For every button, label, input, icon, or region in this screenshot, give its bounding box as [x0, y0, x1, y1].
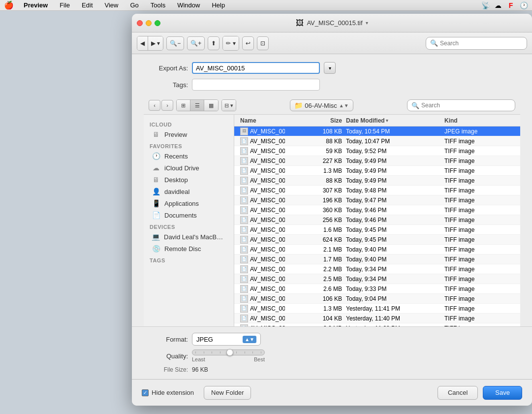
file-kind-cell: TIFF image [442, 325, 516, 327]
sidebar-item-desktop[interactable]: 🖥 Desktop [146, 174, 232, 186]
sidebar-item-recents[interactable]: 🕐 Recents [146, 150, 232, 162]
col-header-date[interactable]: Date Modified ▾ [344, 117, 442, 124]
crop-btn[interactable]: ⊡ [257, 36, 269, 50]
sidebar-item-icloud-drive[interactable]: ☁ iCloud Drive [146, 162, 232, 174]
expand-directory-btn[interactable]: ▾ [324, 62, 336, 74]
icloud-section-header: iCloud [144, 119, 234, 128]
menu-file[interactable]: File [58, 1, 72, 9]
tags-input[interactable] [192, 79, 320, 91]
file-kind-cell: TIFF image [442, 138, 516, 145]
export-filename-input[interactable] [192, 62, 320, 74]
file-search-input[interactable] [421, 102, 511, 109]
hide-extension-label[interactable]: Hide extension [152, 389, 194, 396]
traffic-lights [137, 20, 160, 26]
col-header-size[interactable]: Size [285, 117, 344, 124]
file-size-cell: 196 KB [285, 197, 344, 204]
new-folder-button[interactable]: New Folder [204, 386, 251, 400]
menu-view[interactable]: View [103, 1, 121, 9]
col-header-name[interactable]: Name [238, 117, 285, 124]
maximize-button[interactable] [155, 20, 160, 26]
title-dropdown-arrow[interactable]: ▾ [366, 20, 368, 26]
table-row[interactable]: 📄AV_MISC_00006.tif104 KBYesterday, 11:40… [234, 314, 520, 323]
table-row[interactable]: 📄AV_MISC_00024.tif59 KBToday, 9:52 PMTIF… [234, 146, 520, 156]
file-name-cell: 📄AV_MISC_00024.tif [238, 147, 285, 155]
table-row[interactable]: 📄AV_MISC_00023.tif227 KBToday, 9:49 PMTI… [234, 156, 520, 166]
table-row[interactable]: 📄AV_MISC_00017.tif360 KBToday, 9:46 PMTI… [234, 205, 520, 215]
menu-tools[interactable]: Tools [149, 1, 167, 9]
save-button[interactable]: Save [483, 386, 522, 400]
table-row[interactable]: 📄AV_MISC_00013.tif624 KBToday, 9:45 PMTI… [234, 235, 520, 245]
table-row[interactable]: 📄AV_MISC_00021.tif88 KBToday, 10:47 PMTI… [234, 136, 520, 146]
forward-toolbar-btn[interactable]: ▶ ▾ [148, 36, 163, 50]
table-row[interactable]: 📄AV_MISC_00008.tif2.6 MBToday, 9:33 PMTI… [234, 284, 520, 294]
menu-go[interactable]: Go [128, 1, 140, 9]
file-date-cell: Today, 9:45 PM [344, 236, 442, 243]
table-row[interactable]: 📄AV_MISC_00012.tif2.1 MBToday, 9:40 PMTI… [234, 245, 520, 255]
sidebar-item-macbook[interactable]: 💻 David Leal's MacBoo… [146, 231, 232, 243]
minimize-button[interactable] [146, 20, 152, 26]
tags-section-header: Tags [144, 255, 234, 264]
table-row[interactable]: 📄AV_MISC_00015.tif106 KBToday, 9:04 PMTI… [234, 294, 520, 304]
rotate-btn[interactable]: ↩ [242, 36, 254, 50]
sidebar-item-davidleal[interactable]: 👤 davidleal [146, 186, 232, 197]
menu-edit[interactable]: Edit [80, 1, 94, 9]
table-row[interactable]: 📄AV_MISC_00010.tif2.2 MBToday, 9:34 PMTI… [234, 264, 520, 274]
file-kind-cell: TIFF image [442, 207, 516, 214]
file-date-cell: Today, 9:47 PM [344, 197, 442, 204]
table-row[interactable]: 📄AV_MISC_00005.tif2.2 MBYesterday, 11:38… [234, 323, 520, 326]
file-kind-cell: TIFF image [442, 236, 516, 243]
close-button[interactable] [137, 20, 143, 26]
table-row[interactable]: 🖼 AV_MISC_00015 108 KB Today, 10:54 PM J… [234, 127, 520, 136]
table-row[interactable]: 📄AV_MISC_00018.tif196 KBToday, 9:47 PMTI… [234, 195, 520, 205]
export-as-label: Export As: [144, 64, 188, 72]
col-header-kind[interactable]: Kind [442, 117, 516, 124]
back-toolbar-btn[interactable]: ◀ [137, 36, 148, 50]
table-row[interactable]: 📄AV_MISC_00007.tif1.3 MBYesterday, 11:41… [234, 304, 520, 314]
hide-extension-checkbox[interactable]: ✓ [142, 389, 149, 396]
share-btn[interactable]: ⬆ [208, 36, 219, 50]
format-select[interactable]: JPEG ▲▼ [192, 333, 261, 346]
file-size-cell: 2.5 MB [285, 276, 344, 283]
toolbar-search[interactable]: 🔍 [426, 37, 527, 50]
zoom-out-btn[interactable]: 🔍− [166, 36, 184, 50]
column-view-btn[interactable]: ▦ [204, 100, 218, 111]
table-row[interactable]: 📄AV_MISC_00022.tif1.3 MBToday, 9:49 PMTI… [234, 166, 520, 176]
folder-name-label: 06-AV-Misc [305, 102, 337, 109]
menu-window[interactable]: Window [175, 1, 202, 9]
table-row[interactable]: 📄AV_MISC_00009.tif2.5 MBToday, 9:34 PMTI… [234, 274, 520, 284]
sort-arrow-icon: ▾ [386, 118, 388, 123]
table-row[interactable]: 📄AV_MISC_00019.tif307 KBToday, 9:48 PMTI… [234, 186, 520, 195]
apple-menu[interactable]: 🍎 [4, 0, 14, 10]
table-row[interactable]: 📄AV_MISC_00011.tif1.7 MBToday, 9:40 PMTI… [234, 255, 520, 264]
file-search[interactable]: 🔍 [407, 99, 515, 111]
nav-back-btn[interactable]: ‹ [149, 100, 160, 111]
app-menu-preview[interactable]: Preview [22, 1, 50, 9]
action-buttons: Cancel Save [438, 386, 522, 400]
file-kind-cell: TIFF image [442, 305, 516, 312]
cancel-button[interactable]: Cancel [438, 386, 478, 400]
file-size-cell: 108 KB [285, 128, 344, 135]
sidebar-item-documents[interactable]: 📄 Documents [146, 209, 232, 221]
markup-btn[interactable]: ✏ ▾ [223, 36, 238, 50]
quality-slider-track[interactable] [192, 350, 265, 355]
sidebar-item-applications[interactable]: 📱 Applications [146, 197, 232, 209]
format-dropdown-arrow: ▲▼ [243, 336, 256, 343]
table-row[interactable]: 📄AV_MISC_00014.tif1.6 MBToday, 9:45 PMTI… [234, 225, 520, 235]
list-view-btn[interactable]: ☰ [190, 100, 204, 111]
f-icon: F [506, 1, 515, 10]
zoom-in-btn[interactable]: 🔍+ [187, 36, 205, 50]
table-row[interactable]: 📄AV_MISC_00020.tif88 KBToday, 9:49 PMTIF… [234, 176, 520, 186]
nav-forward-btn[interactable]: › [161, 100, 173, 111]
quality-slider-thumb[interactable] [226, 349, 233, 356]
tick [204, 351, 204, 353]
icon-view-btn[interactable]: ⊞ [177, 100, 190, 111]
file-name-cell: 📄AV_MISC_00016.tif [238, 216, 285, 224]
sidebar-item-preview[interactable]: 🖥 Preview [146, 128, 232, 140]
coverflow-btn[interactable]: ⊟ ▾ [221, 99, 236, 111]
toolbar-search-input[interactable] [440, 40, 523, 47]
folder-picker[interactable]: 📁 06-AV-Misc ▲▼ [290, 99, 353, 111]
file-size-cell: 59 KB [285, 148, 344, 155]
sidebar-item-remote-disc[interactable]: 💿 Remote Disc [146, 243, 232, 255]
menu-help[interactable]: Help [210, 1, 227, 9]
table-row[interactable]: 📄AV_MISC_00016.tif256 KBToday, 9:46 PMTI… [234, 215, 520, 225]
